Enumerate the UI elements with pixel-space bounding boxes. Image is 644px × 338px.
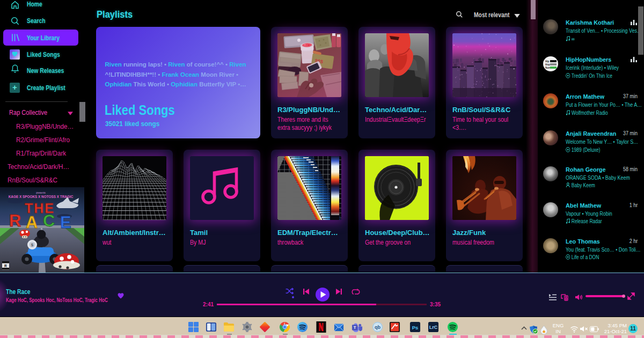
svg-text:presents: presents xyxy=(36,192,46,194)
svg-text:S: S xyxy=(31,243,34,247)
svg-text:R: R xyxy=(9,211,21,230)
svg-text:Hop: Hop xyxy=(545,63,550,66)
svg-text:Num: Num xyxy=(545,67,551,69)
svg-text:T: T xyxy=(354,325,356,330)
svg-text:LrC: LrC xyxy=(429,325,438,330)
svg-text:R: R xyxy=(4,264,7,268)
svg-text:Hip: Hip xyxy=(545,60,550,63)
svg-text:qb: qb xyxy=(375,325,381,330)
svg-text:Ps: Ps xyxy=(412,325,419,330)
svg-text:C: C xyxy=(43,211,55,230)
svg-text:E: E xyxy=(60,213,71,232)
svg-text:A: A xyxy=(26,213,38,232)
svg-text:KAGE X SPOOKS X NOTOSS X TRAGI: KAGE X SPOOKS X NOTOSS X TRAGIC xyxy=(9,195,74,199)
